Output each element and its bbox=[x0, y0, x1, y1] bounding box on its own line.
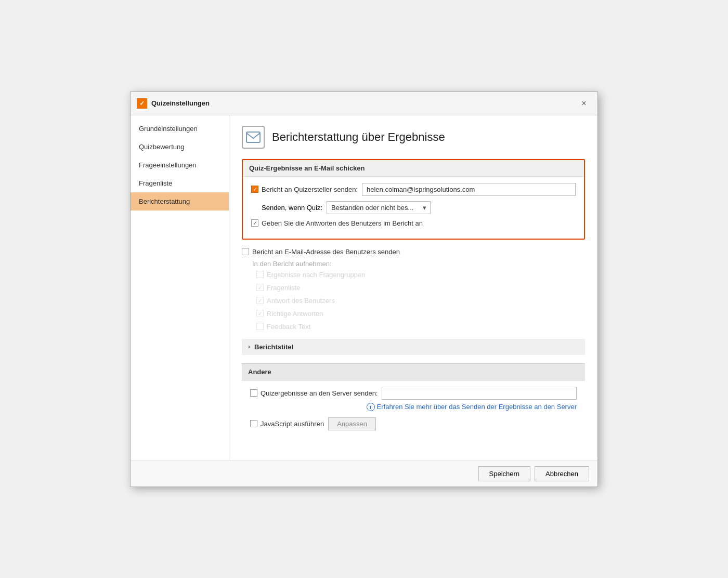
bericht-email-input[interactable] bbox=[362, 183, 576, 196]
dialog-body: Grundeinstellungen Quizbewertung Frageei… bbox=[131, 115, 597, 461]
main-content: Berichterstattung über Ergebnisse Quiz-E… bbox=[229, 115, 597, 461]
andere-section: Andere Quizergebnisse an den Server send… bbox=[242, 363, 585, 442]
server-checkbox-label[interactable]: Quizergebnisse an den Server senden: bbox=[250, 389, 382, 397]
sidebar-item-berichterstattung[interactable]: Berichterstattung bbox=[131, 192, 229, 211]
user-email-checkbox-label[interactable]: Bericht an E-Mail-Adresse des Benutzers … bbox=[242, 248, 400, 256]
svg-rect-0 bbox=[246, 132, 260, 142]
page-title: Berichterstattung über Ergebnisse bbox=[272, 130, 445, 144]
javascript-label: JavaScript ausführen bbox=[261, 420, 324, 428]
email-section-header: Quiz-Ergebnisse an E-Mail schicken bbox=[243, 160, 584, 177]
javascript-checkbox-label[interactable]: JavaScript ausführen bbox=[250, 420, 328, 428]
bericht-row: Bericht an Quizersteller senden: bbox=[251, 183, 576, 196]
fragenliste-checkbox: ✓ bbox=[256, 284, 264, 291]
antworten-row: Geben Sie die Antworten des Benutzers im… bbox=[251, 219, 576, 227]
info-icon[interactable]: i bbox=[367, 403, 375, 411]
sidebar-item-quizbewertung[interactable]: Quizbewertung bbox=[131, 138, 229, 156]
user-email-label: Bericht an E-Mail-Adresse des Benutzers … bbox=[252, 248, 400, 256]
fragengruppen-row: Ergebnisse nach Fragengruppen bbox=[256, 271, 585, 279]
antwort-label: ✓ Antwort des Benutzers bbox=[256, 297, 335, 305]
server-row: Quizergebnisse an den Server senden: bbox=[250, 387, 577, 400]
user-email-row: Bericht an E-Mail-Adresse des Benutzers … bbox=[242, 248, 585, 256]
feedback-text: Feedback Text bbox=[267, 323, 310, 331]
berichtstitel-section: › Berichtstitel bbox=[242, 339, 585, 355]
berichtstitel-collapse[interactable]: › Berichtstitel bbox=[242, 339, 585, 355]
fragenliste-label: ✓ Fragenliste bbox=[256, 284, 300, 292]
sidebar-item-frageeinstellungen[interactable]: Frageeinstellungen bbox=[131, 156, 229, 174]
bericht-checkbox-label[interactable]: Bericht an Quizersteller senden: bbox=[251, 186, 362, 193]
antwort-row: ✓ Antwort des Benutzers bbox=[256, 297, 585, 305]
speichern-button[interactable]: Speichern bbox=[478, 466, 531, 481]
senden-select[interactable]: Bestanden oder nicht bes... Bestanden Ni… bbox=[327, 201, 431, 214]
andere-body: Quizergebnisse an den Server senden: i E… bbox=[242, 380, 585, 442]
javascript-row: JavaScript ausführen Anpassen bbox=[250, 417, 577, 430]
email-section: Quiz-Ergebnisse an E-Mail schicken Beric… bbox=[242, 159, 585, 240]
feedback-label: Feedback Text bbox=[256, 323, 310, 331]
chevron-right-icon: › bbox=[248, 343, 250, 350]
berichtstitel-label: Berichtstitel bbox=[254, 343, 293, 351]
bericht-checkbox[interactable] bbox=[251, 186, 258, 193]
richtige-label: ✓ Richtige Antworten bbox=[256, 310, 323, 318]
server-link[interactable]: Erfahren Sie mehr über das Senden der Er… bbox=[377, 403, 577, 411]
antworten-checkbox[interactable] bbox=[251, 219, 258, 227]
antwort-checkbox: ✓ bbox=[256, 297, 264, 304]
close-button[interactable]: × bbox=[577, 96, 591, 111]
antworten-checkbox-label[interactable]: Geben Sie die Antworten des Benutzers im… bbox=[251, 219, 423, 227]
fragengruppen-checkbox bbox=[256, 271, 264, 278]
app-icon: ✓ bbox=[137, 98, 147, 109]
richtige-row: ✓ Richtige Antworten bbox=[256, 310, 585, 318]
abbrechen-button[interactable]: Abbrechen bbox=[535, 466, 589, 481]
server-label: Quizergebnisse an den Server senden: bbox=[261, 389, 378, 397]
senden-label: Senden, wenn Quiz: bbox=[262, 204, 322, 212]
feedback-checkbox bbox=[256, 323, 264, 330]
senden-row: Senden, wenn Quiz: Bestanden oder nicht … bbox=[251, 201, 576, 214]
bericht-label: Bericht an Quizersteller senden: bbox=[262, 186, 358, 193]
sidebar: Grundeinstellungen Quizbewertung Frageei… bbox=[131, 115, 229, 461]
sidebar-item-grundeinstellungen[interactable]: Grundeinstellungen bbox=[131, 120, 229, 138]
include-items: Ergebnisse nach Fragengruppen ✓ Fragenli… bbox=[242, 271, 585, 331]
dialog-title: Quizeinstellungen bbox=[151, 99, 577, 107]
dialog-window: ✓ Quizeinstellungen × Grundeinstellungen… bbox=[130, 91, 598, 487]
fragenliste-row: ✓ Fragenliste bbox=[256, 284, 585, 292]
page-header-icon bbox=[242, 126, 265, 149]
antworten-label: Geben Sie die Antworten des Benutzers im… bbox=[262, 219, 423, 227]
page-header: Berichterstattung über Ergebnisse bbox=[242, 126, 585, 149]
dialog-footer: Speichern Abbrechen bbox=[131, 461, 597, 487]
senden-select-wrapper: Bestanden oder nicht bes... Bestanden Ni… bbox=[327, 201, 431, 214]
javascript-checkbox[interactable] bbox=[250, 420, 257, 427]
user-email-section: Bericht an E-Mail-Adresse des Benutzers … bbox=[242, 248, 585, 331]
user-email-checkbox[interactable] bbox=[242, 248, 249, 255]
title-bar: ✓ Quizeinstellungen × bbox=[131, 92, 597, 115]
andere-header: Andere bbox=[242, 363, 585, 380]
richtige-checkbox: ✓ bbox=[256, 310, 264, 317]
include-label: In den Bericht aufnehmen: bbox=[242, 260, 585, 268]
sidebar-item-fragenliste[interactable]: Fragenliste bbox=[131, 174, 229, 192]
server-input[interactable] bbox=[382, 387, 577, 400]
anpassen-button[interactable]: Anpassen bbox=[328, 417, 376, 430]
fragengruppen-label: Ergebnisse nach Fragengruppen bbox=[256, 271, 365, 279]
server-checkbox[interactable] bbox=[250, 389, 257, 397]
server-link-row: i Erfahren Sie mehr über das Senden der … bbox=[250, 403, 577, 411]
feedback-row: Feedback Text bbox=[256, 323, 585, 331]
email-section-body: Bericht an Quizersteller senden: Senden,… bbox=[243, 177, 584, 239]
